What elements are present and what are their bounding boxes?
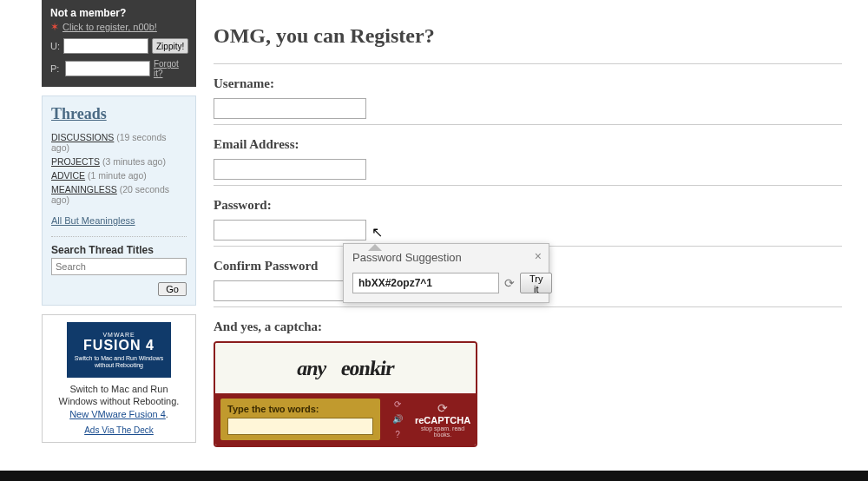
star-icon: ✶	[50, 21, 59, 33]
thread-item: PROJECTS (3 minutes ago)	[51, 156, 187, 167]
all-but-meaningless-link[interactable]: All But Meaningless	[51, 215, 187, 226]
email-field-label: Email Address:	[214, 137, 842, 152]
captcha-image: any eonkir	[215, 343, 476, 393]
captcha-reload-icon[interactable]: ⟳	[394, 399, 401, 409]
search-threads-label: Search Thread Titles	[51, 236, 187, 256]
ads-via-link[interactable]: Ads Via The Deck	[49, 425, 188, 435]
thread-link-advice[interactable]: ADVICE	[51, 170, 85, 181]
password-suggestion-input[interactable]	[352, 273, 499, 293]
captcha-instruction: Type the two words:	[227, 404, 373, 414]
thread-link-discussions[interactable]: DISCUSSIONS	[51, 132, 114, 142]
thread-item: MEANINGLESS (20 seconds ago)	[51, 184, 187, 205]
search-go-button[interactable]: Go	[158, 282, 187, 296]
captcha-word-1: any	[297, 357, 326, 380]
search-threads-input[interactable]	[51, 258, 187, 275]
thread-ago: (3 minutes ago)	[102, 156, 166, 167]
ad-box: VMWARE FUSION 4 Switch to Mac and Run Wi…	[42, 314, 196, 443]
username-input[interactable]	[214, 98, 366, 119]
recaptcha-widget: any eonkir Type the two words: ⟳ 🔊 ? ⟳	[214, 341, 477, 447]
try-it-button[interactable]: Try it	[520, 273, 552, 293]
ad-brand: FUSION 4	[83, 338, 155, 353]
popup-title: Password Suggestion	[344, 244, 549, 267]
page: Not a member? ✶ Click to register, n00b!…	[0, 0, 868, 481]
thread-item: ADVICE (1 minute ago)	[51, 170, 187, 181]
register-link[interactable]: Click to register, n00b!	[62, 22, 157, 32]
ad-image[interactable]: VMWARE FUSION 4 Switch to Mac and Run Wi…	[67, 322, 171, 378]
ad-caption-link[interactable]: New VMware Fusion 4	[69, 409, 166, 419]
captcha-brand-text: reCAPTCHA	[415, 415, 470, 425]
login-username-input[interactable]	[63, 38, 148, 54]
password-suggestion-popup: × Password Suggestion ⟳ Try it	[343, 243, 549, 303]
ad-brand-top: VMWARE	[102, 332, 135, 339]
thread-link-projects[interactable]: PROJECTS	[51, 156, 100, 167]
password-section: Password:	[214, 185, 842, 246]
login-box: Not a member? ✶ Click to register, n00b!…	[42, 0, 196, 87]
username-field-label: Username:	[214, 76, 842, 91]
ad-caption: Switch to Mac and Run Windows without Re…	[49, 383, 188, 420]
ad-caption-pre: Switch to Mac and Run Windows without Re…	[59, 384, 180, 406]
password-input[interactable]	[214, 220, 366, 240]
popup-close-icon[interactable]: ×	[535, 249, 542, 263]
ad-caption-post: .	[166, 409, 168, 419]
username-label: U:	[50, 41, 60, 51]
login-password-input[interactable]	[65, 61, 150, 76]
password-label: P:	[50, 63, 62, 74]
forgot-password-link[interactable]: Forgot it?	[154, 59, 187, 78]
captcha-help-icon[interactable]: ?	[395, 430, 400, 439]
password-field-label: Password:	[214, 198, 842, 213]
thread-item: DISCUSSIONS (19 seconds ago)	[51, 132, 187, 153]
captcha-field-label: And yes, a captcha:	[214, 320, 842, 334]
regenerate-icon[interactable]: ⟳	[504, 276, 515, 290]
captcha-section: And yes, a captcha: any eonkir Type the …	[214, 306, 842, 452]
left-column: Not a member? ✶ Click to register, n00b!…	[42, 0, 196, 452]
register-heading: OMG, you can Register?	[214, 24, 842, 48]
captcha-brand: ⟳ reCAPTCHA stop spam. read books.	[410, 393, 476, 445]
captcha-input[interactable]	[227, 418, 373, 435]
threads-box: Threads DISCUSSIONS (19 seconds ago) PRO…	[42, 96, 196, 306]
email-section: Email Address:	[214, 124, 842, 185]
username-section: Username:	[214, 63, 842, 124]
main-column: OMG, you can Register? Username: Email A…	[214, 0, 842, 452]
captcha-tagline: stop spam. read books.	[413, 425, 472, 438]
window-frame-bottom	[0, 471, 868, 481]
captcha-audio-icon[interactable]: 🔊	[392, 414, 403, 424]
threads-heading[interactable]: Threads	[51, 105, 187, 123]
ad-image-caption: Switch to Mac and Run Windows without Re…	[67, 355, 171, 368]
email-input[interactable]	[214, 159, 366, 180]
thread-link-meaningless[interactable]: MEANINGLESS	[51, 184, 117, 194]
login-submit-button[interactable]: Zippity!	[152, 38, 188, 54]
captcha-word-2: eonkir	[339, 357, 395, 380]
thread-ago: (1 minute ago)	[88, 170, 147, 181]
not-member-title: Not a member?	[50, 7, 187, 19]
captcha-controls: ⟳ 🔊 ?	[385, 393, 410, 445]
